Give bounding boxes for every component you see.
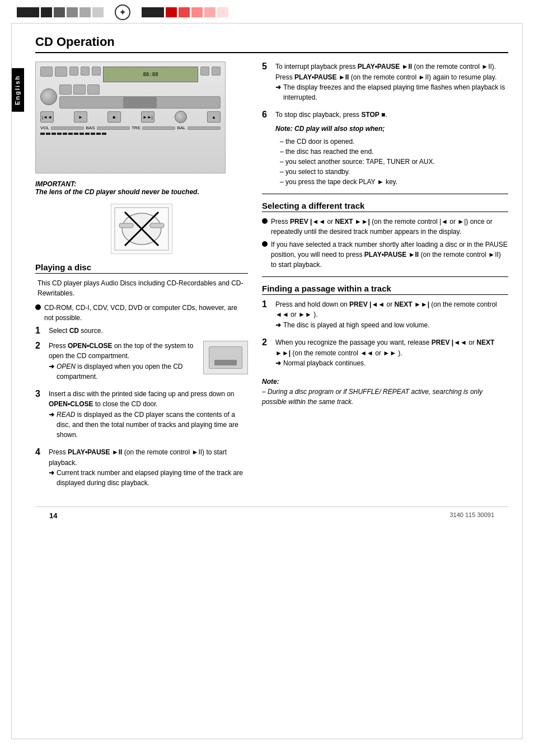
finding-step-2-content: When you recognize the passage you want,… [275, 337, 508, 371]
finding-note-label: Note: [262, 378, 279, 386]
crossed-circle-diagram [111, 204, 172, 254]
top-bar-container: ✦ [0, 0, 534, 20]
bar-seg [142, 7, 164, 17]
cd-treble-slider [142, 126, 175, 130]
play-pause-bold: PLAY•PAUSE ►II [364, 251, 419, 259]
cd-play-button: ► [74, 111, 87, 123]
step-6-bold: STOP ■ [361, 111, 385, 119]
step-4-number: 4 [35, 447, 44, 457]
cd-led [102, 133, 106, 135]
bar-right [142, 7, 228, 17]
step-4-arrow-text: Current track number and elapsed playing… [57, 468, 248, 488]
step-4-bold: PLAY•PAUSE ►II [68, 448, 122, 456]
bar-seg [217, 7, 228, 17]
next-bold: NEXT ►►| [335, 218, 369, 226]
step-6-content: To stop disc playback, press STOP ■. Not… [275, 110, 508, 187]
arrow-icon: ➜ [49, 468, 54, 488]
dash-item-1: – the CD door is opened. [280, 137, 508, 147]
finding-step-1: 1 Press and hold down on PREV |◄◄ or NEX… [262, 299, 508, 333]
bar-seg [79, 7, 91, 17]
cd-led [96, 133, 101, 135]
step-1-text: Select CD source. [49, 327, 103, 335]
step-5-arrow-text: The display freezes and the elapsed play… [283, 82, 508, 102]
cd-bass-slider [97, 126, 130, 130]
important-text: The lens of the CD player should never b… [35, 188, 248, 196]
note-label: Note: CD play will also stop when; [275, 125, 385, 133]
cd-stop-button: ■ [107, 111, 121, 123]
cd-prev-button: |◄◄ [40, 111, 54, 123]
cd-display: 88:88 [103, 67, 198, 82]
selecting-bullet-2-text: If you have selected a track number shor… [271, 240, 508, 270]
finding-heading: Finding a passage within a track [262, 284, 508, 295]
cd-volume-slider [51, 126, 84, 130]
finding-note: Note: – During a disc program or if SHUF… [262, 377, 508, 407]
step-2: 2 Press OPEN•CLOSE on the top of the sys… [35, 341, 248, 384]
section-divider-2 [262, 276, 508, 277]
arrow-icon: ➜ [275, 320, 281, 330]
selecting-bullet-1-text: Press PREV |◄◄ or NEXT ►►| (on the remot… [271, 217, 508, 237]
cd-button [69, 67, 78, 76]
crossed-circle-container [35, 204, 248, 254]
step-3-text: Insert a disc with the printed side faci… [49, 390, 235, 408]
step-5-number: 5 [262, 62, 271, 72]
step-2-image [203, 341, 248, 374]
dash-text: – you select another source: TAPE, TUNER… [280, 157, 435, 167]
cd-player-image: 88:88 [35, 62, 226, 173]
step-3-number: 3 [35, 389, 44, 399]
important-label: IMPORTANT: [35, 180, 248, 188]
finding-step-2-arrow-text: Normal playback continues. [283, 358, 366, 368]
cd-button [40, 67, 53, 77]
finding-note-text: Note: – During a disc program or if SHUF… [262, 377, 508, 407]
step-5-text: To interrupt playback press PLAY•PAUSE ►… [275, 63, 496, 81]
cd-led [46, 133, 50, 135]
finding-step-1-arrow-text: The disc is played at high speed and low… [283, 320, 430, 330]
cd-button [73, 84, 86, 95]
step-2-image-inner [209, 346, 242, 369]
cd-led [85, 133, 90, 135]
prev-bold: PREV |◄◄ [290, 218, 325, 226]
prev-bold: PREV |◄◄ [432, 339, 467, 346]
two-column-layout: 88:88 [35, 62, 508, 495]
cd-button [92, 67, 101, 76]
finding-step-1-text: Press and hold down on PREV |◄◄ or NEXT … [275, 300, 497, 319]
finding-step-1-content: Press and hold down on PREV |◄◄ or NEXT … [275, 299, 508, 333]
step-3: 3 Insert a disc with the printed side fa… [35, 389, 248, 443]
finding-step-1-number: 1 [262, 299, 271, 309]
step-2-content: Press OPEN•CLOSE on the top of the syste… [49, 341, 248, 384]
arrow-icon: ➜ [49, 361, 54, 382]
bar-seg [17, 7, 39, 17]
note-cd-stop: Note: CD play will also stop when; [275, 124, 508, 134]
part-number: 3140 115 30091 [449, 511, 494, 520]
cd-led [79, 133, 84, 135]
page-title: CD Operation [35, 35, 508, 53]
step-3-bold: OPEN•CLOSE [49, 400, 93, 408]
cd-button [87, 84, 100, 95]
prev-bold: PREV |◄◄ [349, 300, 385, 308]
step-6: 6 To stop disc playback, press STOP ■. N… [262, 110, 508, 187]
bar-seg [54, 7, 65, 17]
step-4-arrow: ➜ Current track number and elapsed playi… [49, 468, 248, 488]
no-touch-diagram [114, 206, 170, 251]
content-wrap: CD Operation 88:88 [24, 24, 522, 536]
step-6-note: Note: CD play will also stop when; – the… [275, 124, 508, 187]
step-6-text: To stop disc playback, press STOP ■. [275, 111, 387, 119]
step-4: 4 Press PLAY•PAUSE ►II (on the remote co… [35, 447, 248, 491]
step-2-arrow: ➜ OPEN is displayed when you open the CD… [49, 361, 199, 382]
step-2-arrow-text: OPEN is displayed when you open the CD c… [57, 361, 199, 382]
cd-led [74, 133, 78, 135]
step-3-arrow: ➜ READ is displayed as the CD player sca… [49, 410, 248, 440]
dash-text: – the disc has reached the end. [280, 147, 373, 157]
finding-step-2: 2 When you recognize the passage you wan… [262, 337, 508, 371]
dash-item-3: – you select another source: TAPE, TUNER… [280, 157, 508, 167]
step-5-bold2: PLAY•PAUSE ►II [294, 73, 349, 81]
svg-rect-1 [119, 223, 133, 228]
selecting-bullet-2: If you have selected a track number shor… [262, 240, 508, 270]
step-5-bold: PLAY•PAUSE ►II [358, 63, 412, 71]
next-bold: NEXT ►►| [395, 300, 429, 308]
bar-left [17, 7, 104, 17]
playing-disc-intro: This CD player plays Audio Discs includi… [38, 278, 248, 298]
selecting-bullet-1: Press PREV |◄◄ or NEXT ►►| (on the remot… [262, 217, 508, 237]
dash-item-2: – the disc has reached the end. [280, 147, 508, 157]
dash-text: – you press the tape deck PLAY ► key. [280, 177, 397, 187]
cd-led [91, 133, 95, 135]
